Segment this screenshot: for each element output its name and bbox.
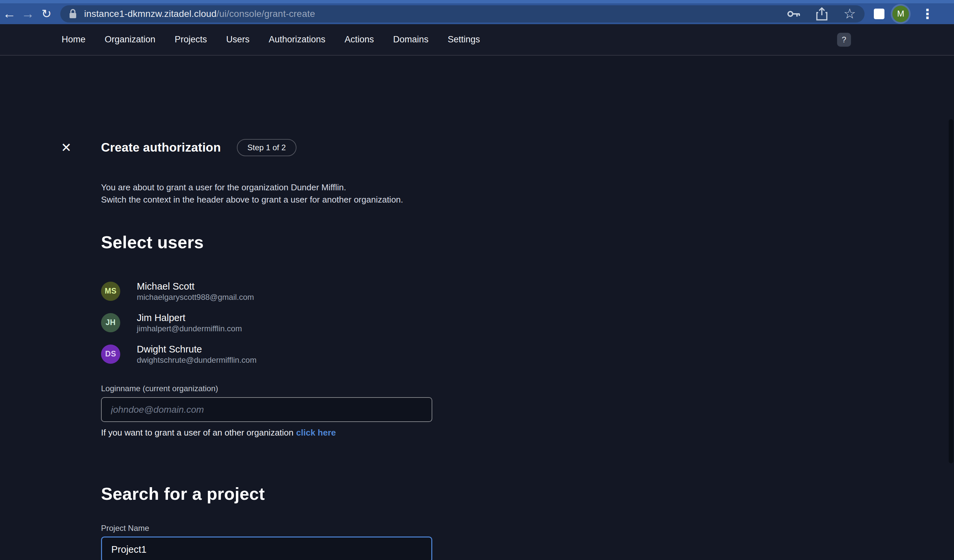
nav-item-authorizations[interactable]: Authorizations [269, 34, 325, 45]
project-name-input[interactable] [101, 537, 432, 560]
user-row-dwight-schrute[interactable]: DS Dwight Schrute dwightschrute@dundermi… [101, 338, 256, 370]
nav-item-home[interactable]: Home [62, 34, 86, 45]
console-nav: Home Organization Projects Users Authori… [0, 24, 954, 56]
browser-profile-avatar[interactable]: M [892, 6, 909, 22]
step-badge: Step 1 of 2 [237, 139, 296, 156]
intro-line-1: You are about to grant a user for the or… [101, 181, 403, 194]
lock-icon [69, 9, 77, 19]
nav-item-organization[interactable]: Organization [104, 34, 155, 45]
bookmark-star-icon[interactable]: ☆ [843, 5, 856, 22]
search-project-heading: Search for a project [101, 484, 265, 504]
nav-item-actions[interactable]: Actions [344, 34, 374, 45]
url-text: instance1-dkmnzw.zitadel.cloud/ui/consol… [84, 9, 315, 19]
url-path: /ui/console/grant-create [217, 9, 315, 19]
avatar: DS [101, 345, 120, 364]
user-email: jimhalpert@dundermifflin.com [137, 324, 242, 334]
grant-create-content: ✕ Create authorization Step 1 of 2 You a… [0, 56, 954, 560]
user-row-jim-halpert[interactable]: JH Jim Halpert jimhalpert@dundermifflin.… [101, 307, 256, 338]
browser-toolbar-right: M ⋮ [874, 6, 937, 22]
loginname-input[interactable] [101, 397, 432, 422]
user-name: Dwight Schrute [137, 343, 256, 355]
page-title: Create authorization [101, 141, 221, 154]
select-users-heading: Select users [101, 232, 204, 252]
nav-item-domains[interactable]: Domains [393, 34, 429, 45]
page-header: ✕ Create authorization Step 1 of 2 [61, 138, 296, 157]
user-name: Jim Halpert [137, 312, 242, 324]
back-icon[interactable]: ← [0, 3, 19, 24]
avatar: JH [101, 313, 120, 332]
other-org-sentence: If you want to grant a user of an other … [101, 428, 293, 437]
other-org-text: If you want to grant a user of an other … [101, 428, 336, 438]
nav-item-projects[interactable]: Projects [175, 34, 207, 45]
user-email: michaelgaryscott988@gmail.com [137, 292, 254, 302]
nav-item-users[interactable]: Users [226, 34, 250, 45]
loginname-label: Loginname (current organization) [101, 384, 218, 393]
browser-tabstrip [0, 0, 954, 3]
project-name-label: Project Name [101, 524, 149, 533]
intro-text: You are about to grant a user for the or… [101, 181, 403, 206]
scrollbar-thumb[interactable] [949, 119, 953, 464]
avatar: MS [101, 282, 120, 301]
user-row-michael-scott[interactable]: MS Michael Scott michaelgaryscott988@gma… [101, 275, 256, 307]
intro-line-2: Switch the context in the header above t… [101, 194, 403, 206]
user-name: Michael Scott [137, 280, 254, 292]
browser-menu-icon[interactable]: ⋮ [918, 6, 937, 22]
share-icon[interactable] [816, 7, 828, 20]
forward-icon[interactable]: → [19, 3, 37, 24]
nav-item-settings[interactable]: Settings [447, 34, 480, 45]
close-icon[interactable]: ✕ [61, 138, 76, 157]
click-here-link[interactable]: click here [296, 428, 336, 437]
user-list: MS Michael Scott michaelgaryscott988@gma… [101, 275, 256, 370]
zitadel-console-page: ← → ↻ instance1-dkmnzw.zitadel.cloud/ui/… [0, 0, 954, 560]
browser-toolbar: ← → ↻ instance1-dkmnzw.zitadel.cloud/ui/… [0, 3, 954, 24]
side-panel-icon[interactable] [874, 9, 884, 19]
url-host: instance1-dkmnzw.zitadel.cloud [84, 9, 217, 19]
help-button[interactable]: ? [837, 33, 851, 47]
password-key-icon[interactable] [787, 9, 800, 18]
reload-icon[interactable]: ↻ [37, 3, 56, 24]
address-bar[interactable]: instance1-dkmnzw.zitadel.cloud/ui/consol… [60, 5, 865, 22]
user-email: dwightschrute@dundermifflin.com [137, 355, 256, 365]
